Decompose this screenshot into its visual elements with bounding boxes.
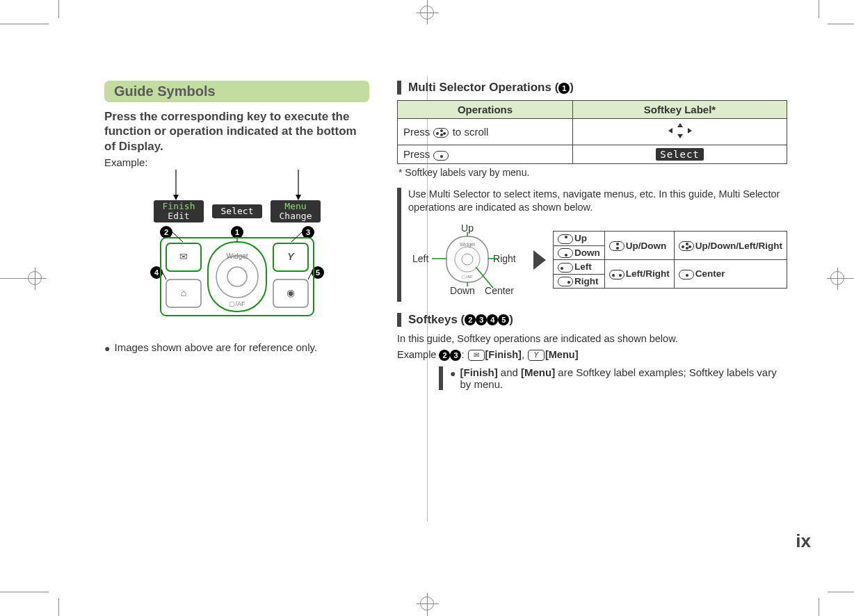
softkey-footnote: * Softkey labels vary by menu.	[398, 167, 787, 178]
svg-text:▢/AF: ▢/AF	[462, 275, 473, 279]
svg-marker-43	[677, 123, 683, 127]
svg-line-42	[308, 273, 312, 279]
direction-notation-table: Up Up/Down Up/Down/Left/Right Down Left …	[553, 231, 787, 289]
svg-marker-44	[677, 134, 683, 138]
intro-text: Press the corresponding key to execute t…	[104, 109, 369, 154]
svg-text:✉: ✉	[179, 251, 188, 262]
svg-text:Select: Select	[220, 206, 253, 216]
svg-text:5: 5	[315, 268, 319, 277]
svg-text:Widget: Widget	[226, 252, 248, 260]
select-label-cell: Select	[573, 145, 787, 164]
multi-selector-icon	[433, 128, 449, 138]
svg-text:3: 3	[305, 228, 309, 236]
select-chip: Select	[656, 148, 704, 161]
marker-1-icon: 1	[558, 83, 570, 94]
svg-marker-45	[668, 128, 672, 133]
svg-marker-3	[296, 195, 301, 200]
operations-table: Operations Softkey Label* Press to scrol…	[397, 100, 787, 164]
svg-text:◉: ◉	[287, 287, 295, 298]
multi-selector-heading: Multi Selector Operations (1)	[397, 81, 787, 95]
svg-text:2: 2	[163, 228, 168, 236]
svg-text:Menu: Menu	[284, 201, 306, 211]
marker-4-icon: 4	[487, 314, 498, 325]
reference-note: ● Images shown above are for reference o…	[104, 341, 369, 354]
svg-marker-1	[173, 195, 179, 200]
marker-2-icon: 2	[465, 314, 476, 325]
svg-line-41	[163, 273, 166, 279]
section-title: Guide Symbols	[104, 81, 369, 102]
svg-marker-46	[688, 128, 692, 133]
bullet-icon: ●	[450, 366, 456, 390]
left-column: Guide Symbols Press the corresponding ke…	[39, 81, 369, 584]
scroll-arrows-icon	[573, 119, 787, 145]
softkey-label-header: Softkey Label*	[573, 101, 787, 119]
example-label: Example:	[104, 156, 369, 168]
row-press-scroll: Press to scroll	[398, 119, 573, 145]
svg-text:Change: Change	[279, 211, 312, 221]
svg-marker-12	[208, 209, 212, 214]
multi-selector-guide-text: Use Multi Selector to select items, navi…	[408, 188, 787, 214]
svg-text:Finish: Finish	[162, 201, 195, 211]
multi-selector-guide: Use Multi Selector to select items, navi…	[397, 188, 787, 302]
arrow-right-icon	[533, 250, 546, 270]
operations-header: Operations	[398, 101, 573, 119]
reference-note-text: Images shown above are for reference onl…	[114, 341, 317, 354]
svg-text:Widget: Widget	[460, 242, 475, 248]
svg-marker-13	[262, 209, 266, 214]
page-number: ix	[796, 530, 811, 552]
right-column: Multi Selector Operations (1) Operations…	[397, 81, 815, 584]
svg-text:▢/AF: ▢/AF	[229, 300, 245, 307]
softkeys-heading: Softkeys (2345)	[397, 313, 787, 327]
svg-text:1: 1	[234, 228, 239, 236]
softkeys-example: Example 23: ✉[Finish], Y[Menu]	[397, 348, 787, 362]
softkeys-note: ● [Finish] and [Menu] are Softkey label …	[439, 366, 787, 390]
softkeys-line1: In this guide, Softkey operations are in…	[397, 332, 787, 346]
svg-text:⌂: ⌂	[180, 287, 186, 298]
keypad-diagram: Finish Edit Select Menu Change 2 1 3 4 5	[104, 170, 369, 325]
marker-3-icon: 3	[476, 314, 487, 325]
mail-key-icon: ✉	[468, 350, 485, 361]
bullet-icon: ●	[104, 341, 110, 354]
center-press-icon	[433, 151, 449, 161]
y-key-icon: Y	[528, 350, 545, 361]
row-press-center: Press	[398, 145, 573, 164]
marker-5-icon: 5	[498, 314, 509, 325]
selector-direction-diagram: Up Left Right Down Center Widget ▢/AF	[408, 218, 526, 302]
svg-text:4: 4	[154, 268, 159, 277]
svg-text:Edit: Edit	[168, 211, 189, 221]
